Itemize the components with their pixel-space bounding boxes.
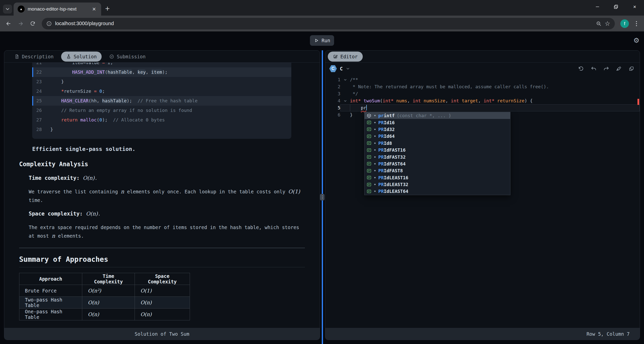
suggestion-bullet: • — [374, 182, 376, 187]
resize-grip-handle[interactable] — [320, 194, 325, 200]
zoom-out-indicator-icon[interactable] — [596, 21, 601, 26]
autocomplete-widget: •printf(const char *, ... )•PRId16•PRId3… — [364, 112, 510, 195]
site-favicon: ▲ — [18, 6, 25, 13]
url-text[interactable]: localhost:3000/playground — [55, 21, 593, 26]
suggestion-item[interactable]: •PRIdLEAST64 — [365, 188, 510, 195]
app-header: Run — [0, 35, 644, 46]
code-line: 28} — [32, 125, 291, 134]
code-line: 27 return malloc(0); // Allocate 0 bytes — [32, 115, 291, 125]
tab-description[interactable]: Description — [14, 54, 54, 59]
suggestion-bullet: • — [374, 113, 376, 118]
suggestion-label: PRIdFAST32 — [378, 154, 406, 160]
tab-submission[interactable]: Submission — [109, 54, 145, 59]
complexity-paragraph: The extra space required depends on the … — [29, 223, 305, 240]
run-button[interactable]: Run — [310, 35, 334, 46]
new-tab-button[interactable]: + — [105, 5, 110, 13]
complexity-heading: Complexity Analysis — [19, 161, 320, 168]
table-row: One-pass Hash TableO(n)O(n) — [19, 309, 190, 320]
table-cell: O(n) — [135, 297, 190, 309]
reset-code-button[interactable] — [578, 65, 584, 72]
settings-gear-icon[interactable]: ⚙ — [633, 37, 639, 44]
redo-button[interactable] — [603, 65, 610, 72]
table-header: Time Complexity — [82, 273, 135, 285]
problem-panel-header: DescriptionSolutionSubmission — [4, 51, 320, 63]
doc-icon — [14, 54, 19, 59]
browser-toolbar: localhost:3000/playground ☆ f — [0, 16, 644, 31]
copy-code-button[interactable] — [628, 65, 635, 72]
fold-gutter — [340, 83, 350, 90]
problem-panel: DescriptionSolutionSubmission 21 item→va… — [4, 50, 320, 340]
editor-line[interactable]: 4int* twoSum(int* nums, int numsSize, in… — [325, 97, 640, 104]
playground-app: Run ⚙ DescriptionSolutionSubmission 21 i… — [0, 31, 644, 344]
redo-icon — [603, 66, 609, 71]
forward-button[interactable] — [16, 19, 26, 29]
fold-chevron-icon[interactable] — [340, 76, 350, 83]
error-overview-marker — [637, 99, 639, 105]
line-number: 26 — [32, 106, 42, 115]
monaco-editor[interactable]: 1/**2 * Note: The returned array must be… — [325, 75, 640, 328]
editor-line[interactable]: 5 pr — [325, 104, 640, 111]
cursor-position-status: Row 5, Column 7 — [325, 328, 640, 340]
bookmark-star-icon[interactable]: ☆ — [605, 20, 610, 27]
undo-button[interactable] — [590, 65, 597, 72]
suggestion-bullet: • — [374, 127, 376, 132]
suggestion-item[interactable]: •PRIdFAST64 — [365, 160, 510, 167]
indent-guide — [350, 104, 350, 111]
suggestion-bullet: • — [374, 134, 376, 139]
table-cell: O(n) — [82, 297, 135, 309]
suggestion-item[interactable]: •PRIdLEAST32 — [365, 181, 510, 188]
site-info-icon[interactable] — [46, 21, 52, 26]
suggestion-item[interactable]: •PRIdFAST8 — [365, 167, 510, 174]
back-icon — [6, 21, 11, 26]
suggestion-item[interactable]: •PRId32 — [365, 126, 510, 133]
forward-icon — [18, 21, 23, 26]
tab-close-icon[interactable]: ✕ — [91, 6, 97, 13]
line-number: 25 — [32, 96, 42, 106]
minimize-icon — [595, 4, 600, 10]
problem-footer: Solution of Two Sum — [4, 328, 320, 340]
browser-tab[interactable]: ▲ monaco-editor-lsp-next ✕ — [14, 3, 101, 16]
fold-chevron-icon[interactable] — [340, 97, 350, 104]
table-cell: O(1) — [135, 285, 190, 297]
editor-tab[interactable]: Editor — [328, 52, 363, 62]
window-controls: ✕ — [588, 0, 644, 14]
close-button[interactable]: ✕ — [625, 0, 644, 14]
check-icon — [109, 54, 114, 59]
suggestion-item[interactable]: •PRId8 — [365, 140, 510, 147]
restore-icon — [613, 4, 619, 10]
section-divider — [19, 248, 305, 248]
play-icon — [314, 38, 319, 43]
line-number: 23 — [32, 77, 42, 87]
line-number: 28 — [32, 125, 42, 134]
fold-gutter — [340, 90, 350, 97]
profile-avatar[interactable]: f — [620, 19, 629, 28]
suggestion-label: PRIdLEAST16 — [378, 175, 408, 180]
reload-button[interactable] — [28, 19, 38, 29]
editor-line[interactable]: 1/** — [325, 76, 640, 83]
text-kind-icon — [367, 189, 372, 194]
suggestion-item[interactable]: •PRIdFAST16 — [365, 147, 510, 153]
text-kind-icon — [367, 127, 372, 132]
suggestion-item[interactable]: •PRId16 — [365, 119, 510, 126]
suggestion-item[interactable]: •PRIdLEAST16 — [365, 174, 510, 181]
tab-search-button[interactable] — [3, 5, 12, 14]
browser-menu-button[interactable] — [632, 21, 640, 26]
back-button[interactable] — [4, 19, 14, 29]
suggestion-item[interactable]: •PRIdFAST32 — [365, 153, 510, 160]
address-bar[interactable]: localhost:3000/playground ☆ — [42, 18, 615, 29]
tab-solution[interactable]: Solution — [61, 52, 102, 62]
suggestion-item[interactable]: •PRId64 — [365, 133, 510, 140]
text-kind-icon — [367, 120, 372, 125]
suggestion-label: printf — [378, 113, 395, 118]
magnifier-minus-icon — [596, 21, 601, 26]
complexity-paragraph: We traverse the list containing n elemen… — [29, 187, 305, 204]
language-selector[interactable]: C C — [329, 65, 350, 72]
editor-line[interactable]: 3 */ — [325, 90, 640, 97]
restore-button[interactable] — [607, 0, 625, 14]
format-code-button[interactable] — [616, 65, 622, 72]
editor-line[interactable]: 2 * Note: The returned array must be mal… — [325, 83, 640, 90]
minimize-button[interactable] — [588, 0, 607, 14]
line-number: 27 — [32, 115, 42, 125]
editor-toolbar: C C — [325, 63, 640, 75]
suggestion-item[interactable]: •printf(const char *, ... ) — [365, 112, 510, 119]
